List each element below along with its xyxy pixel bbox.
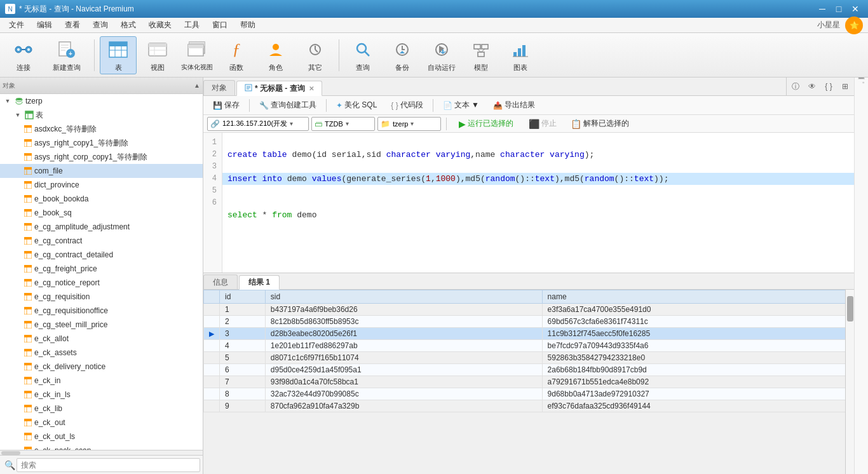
tab-object[interactable]: 对象 xyxy=(203,80,235,95)
toolbar-other[interactable]: 其它 xyxy=(297,36,334,74)
toolbar-query-label: 查询 xyxy=(356,63,370,72)
info-panel-btn[interactable]: ⓘ xyxy=(788,79,803,94)
menu-view[interactable]: 查看 xyxy=(58,18,86,32)
toolbar-table-label: 表 xyxy=(115,63,122,72)
explain-button[interactable]: 📋 解释已选择的 xyxy=(565,117,635,131)
toolbar-view[interactable]: 视图 xyxy=(139,36,176,74)
toolbar-auto-run[interactable]: 自动运行 xyxy=(423,36,460,74)
menu-format[interactable]: 格式 xyxy=(114,18,142,32)
toolbar-query[interactable]: 查询 xyxy=(344,36,381,74)
col-header-id[interactable]: id xyxy=(220,290,266,304)
text-button[interactable]: 📄 文本 ▼ xyxy=(437,98,485,113)
minimize-button[interactable]: ─ xyxy=(815,3,830,15)
close-button[interactable]: ✕ xyxy=(848,3,863,15)
query-toolbar: 💾 保存 🔧 查询创建工具 ✦ 美化 SQL { } 代码段 📄 文本 ▼ xyxy=(203,96,854,115)
col-header-name[interactable]: name xyxy=(542,290,853,304)
tree-table-0[interactable]: asdxckc_等待删除 xyxy=(0,122,203,136)
tree-table-4[interactable]: dict_province xyxy=(0,178,203,192)
result-tab-info[interactable]: 信息 xyxy=(203,274,238,289)
beautify-sql-button[interactable]: ✦ 美化 SQL xyxy=(330,98,383,113)
tree-table-13[interactable]: e_cg_requisitionoffice xyxy=(0,304,203,318)
table-row[interactable]: 5 d8071c1c6f97f165b11074 592863b35842794… xyxy=(204,352,854,364)
code-content[interactable]: create table demo(id serial,sid characte… xyxy=(222,133,854,273)
toolbar-function[interactable]: ƒ 函数 xyxy=(218,36,255,74)
menu-help[interactable]: 帮助 xyxy=(234,18,262,32)
maximize-button[interactable]: □ xyxy=(831,3,846,15)
toolbar-backup[interactable]: 备份 xyxy=(384,36,421,74)
menu-window[interactable]: 窗口 xyxy=(206,18,234,32)
tree-table-6[interactable]: e_book_sq xyxy=(0,206,203,220)
connection-select[interactable]: 🔗 121.36.157.210(开发 ▾ xyxy=(207,117,309,131)
connect-icon xyxy=(12,38,35,61)
tab-query[interactable]: * 无标题 - 查询 ✕ xyxy=(236,81,322,96)
table-row[interactable]: 9 870cfa962a910fa47a329b ef93c76dafaa325… xyxy=(204,400,854,412)
cell-sid: d28b3eabec8020d5e26f1 xyxy=(265,328,542,340)
toolbar-chart[interactable]: 图表 xyxy=(502,36,539,74)
export-button[interactable]: 📤 导出结果 xyxy=(487,98,541,113)
grid-panel-btn[interactable]: ⊞ xyxy=(837,79,853,94)
table-row-current[interactable]: ▶ 3 d28b3eabec8020d5e26f1 11c9b312f745ae… xyxy=(204,328,854,340)
table-row[interactable]: 4 1e201eb11f7ed886297ab be7fcdc97a709443… xyxy=(204,340,854,352)
menu-file[interactable]: 文件 xyxy=(3,18,31,32)
tree-table-15[interactable]: e_ck_allot xyxy=(0,332,203,346)
toolbar-materialized-view[interactable]: 实体化视图 xyxy=(179,36,215,74)
result-tab-data[interactable]: 结果 1 xyxy=(239,275,280,290)
tree-table-5[interactable]: e_book_bookda xyxy=(0,192,203,206)
sidebar-collapse-btn[interactable]: ▲ xyxy=(194,82,200,89)
code-snippet-button[interactable]: { } 代码段 xyxy=(385,98,428,113)
toolbar-role[interactable]: 角色 xyxy=(257,36,294,74)
menu-favorites[interactable]: 收藏夹 xyxy=(142,18,178,32)
tree-table-14[interactable]: e_cg_steel_mill_price xyxy=(0,318,203,332)
save-button[interactable]: 💾 保存 xyxy=(207,98,245,113)
table-row[interactable]: 7 93f98d0a1c4a70fc58bca1 a79291671b551ed… xyxy=(204,376,854,388)
menu-edit[interactable]: 编辑 xyxy=(31,18,58,32)
tree-table-16[interactable]: e_ck_assets xyxy=(0,346,203,360)
table-row[interactable]: 2 8c12b8b5d8630ff5b8953c 69bd567c3cfa6e8… xyxy=(204,316,854,328)
tree-table-11[interactable]: e_cg_notice_report xyxy=(0,276,203,290)
toolbar-new-query[interactable]: + 新建查询 xyxy=(44,36,89,74)
search-input[interactable] xyxy=(17,458,200,472)
tree-table-18[interactable]: e_ck_in xyxy=(0,374,203,388)
toolbar-model[interactable]: 模型 xyxy=(463,36,499,74)
table-item-icon-22 xyxy=(23,431,33,442)
tree-table-19[interactable]: e_ck_in_ls xyxy=(0,388,203,402)
tree-table-3[interactable]: com_file xyxy=(0,164,203,178)
col-header-sid[interactable]: sid xyxy=(265,290,542,304)
table-row[interactable]: 6 d95d0ce4259d1a45f095a1 2a6b68b184fbb90… xyxy=(204,364,854,376)
toolbar-table[interactable]: 表 xyxy=(100,36,137,74)
db-select[interactable]: 🗃 TZDB ▾ xyxy=(311,117,375,131)
svg-point-3 xyxy=(17,48,20,51)
run-selected-button[interactable]: ▶ 运行已选择的 xyxy=(452,117,520,131)
data-table: id sid name 1 b437197a4a6f9beb36d26 e3f3… xyxy=(203,290,854,412)
tree-table-17[interactable]: e_ck_delivery_notice xyxy=(0,360,203,374)
menu-query[interactable]: 查询 xyxy=(86,18,114,32)
tree-table-2[interactable]: asys_right_corp_copy1_等待删除 xyxy=(0,150,203,164)
svg-rect-32 xyxy=(474,44,480,49)
preview-panel-btn[interactable]: 👁 xyxy=(804,79,820,94)
tab-close-btn[interactable]: ✕ xyxy=(309,85,314,92)
sidebar-search-bar: 🔍 xyxy=(0,455,203,474)
tree-db-item[interactable]: ▼ tzerp xyxy=(0,94,203,108)
tree-table-21[interactable]: e_ck_out xyxy=(0,416,203,430)
table-row[interactable]: 8 32ac732e44d970b99085c 9d68bb0a4713ade9… xyxy=(204,388,854,400)
code-editor[interactable]: 1 2 3 4 5 6 create table demo(id serial,… xyxy=(203,133,854,273)
menu-tools[interactable]: 工具 xyxy=(178,18,206,32)
query-create-tool-button[interactable]: 🔧 查询创建工具 xyxy=(254,98,322,113)
stop-button[interactable]: ⬛ 停止 xyxy=(523,117,562,131)
toolbar-mat-view-label: 实体化视图 xyxy=(181,63,213,72)
tree-table-10[interactable]: e_cg_freight_price xyxy=(0,262,203,276)
tree-table-8[interactable]: e_cg_contract xyxy=(0,234,203,248)
tree-table-20[interactable]: e_ck_lib xyxy=(0,402,203,416)
tree-tables-group[interactable]: ▼ 表 xyxy=(0,108,203,122)
tree-table-22[interactable]: e_ck_out_ls xyxy=(0,430,203,444)
tree-table-12[interactable]: e_cg_requisition xyxy=(0,290,203,304)
vertical-scrollbar[interactable] xyxy=(845,290,854,474)
tree-table-1[interactable]: asys_right_copy1_等待删除 xyxy=(0,136,203,150)
tree-table-23[interactable]: e_ck_pack_scan xyxy=(0,444,203,450)
schema-select[interactable]: 📁 tzerp ▾ xyxy=(377,117,441,131)
bracket-panel-btn[interactable]: { } xyxy=(821,79,836,94)
tree-table-9[interactable]: e_cg_contract_detailed xyxy=(0,248,203,262)
table-row[interactable]: 1 b437197a4a6f9beb36d26 e3f3a6a17ca4700e… xyxy=(204,304,854,316)
toolbar-connect[interactable]: 连接 xyxy=(5,36,42,74)
tree-table-7[interactable]: e_cg_amplitude_adjustment xyxy=(0,220,203,234)
